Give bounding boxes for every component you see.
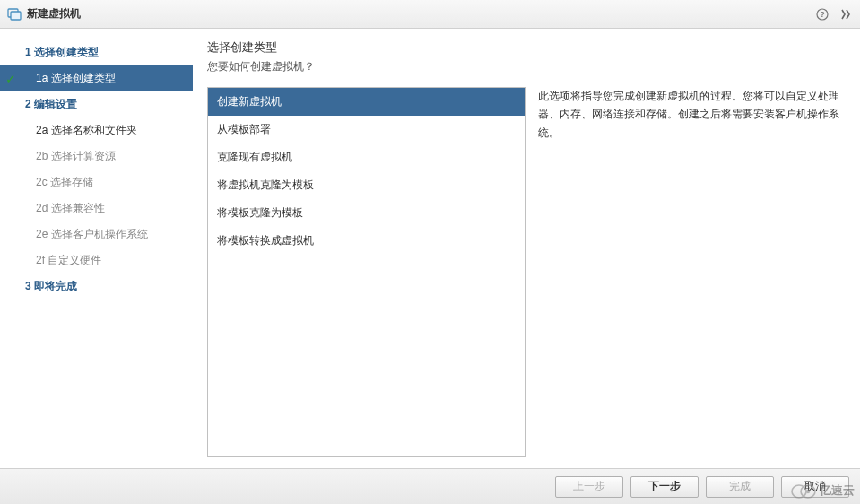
expand-icon[interactable] [838,7,853,22]
back-button[interactable]: 上一步 [555,476,623,498]
substep-2e: 2e 选择客户机操作系统 [0,222,193,248]
wizard-main: 选择创建类型 您要如何创建虚拟机？ 创建新虚拟机 从模板部署 克隆现有虚拟机 将… [193,29,860,468]
step-label: 选择创建类型 [34,46,99,58]
svg-text:?: ? [820,10,825,19]
substep-label: 选择计算资源 [51,150,116,162]
substep-label: 选择名称和文件夹 [51,124,137,136]
substep-1a[interactable]: ✓ 1a 选择创建类型 [0,65,193,91]
option-convert-template-to-vm[interactable]: 将模板转换成虚拟机 [208,227,525,255]
option-description: 此选项将指导您完成创建新虚拟机的过程。您将可以自定义处理器、内存、网络连接和存储… [534,87,846,457]
step-1[interactable]: 1 选择创建类型 [0,39,193,65]
page-title: 选择创建类型 [207,39,846,56]
wizard-footer: 上一步 下一步 完成 取消 [0,468,860,504]
step-2[interactable]: 2 编辑设置 [0,91,193,117]
step-3[interactable]: 3 即将完成 [0,274,193,300]
substep-num: 2c [36,176,48,188]
finish-button[interactable]: 完成 [706,476,774,498]
substep-2a[interactable]: 2a 选择名称和文件夹 [0,117,193,143]
svg-rect-1 [11,12,21,20]
substep-num: 2b [36,150,48,162]
step-num: 1 [25,46,31,58]
substep-num: 2a [36,124,48,136]
substep-num: 2d [36,202,48,214]
substep-label: 选择兼容性 [51,202,105,214]
wizard-content: 1 选择创建类型 ✓ 1a 选择创建类型 2 编辑设置 2a 选择名称和文件夹 … [0,29,860,468]
vm-icon [7,7,22,22]
option-clone-template-to-template[interactable]: 将模板克隆为模板 [208,199,525,227]
substep-num: 2f [36,254,45,266]
creation-type-list[interactable]: 创建新虚拟机 从模板部署 克隆现有虚拟机 将虚拟机克隆为模板 将模板克隆为模板 … [207,87,526,457]
substep-num: 2e [36,228,48,240]
check-icon: ✓ [5,72,16,86]
page-subtitle: 您要如何创建虚拟机？ [207,59,846,74]
option-create-new-vm[interactable]: 创建新虚拟机 [208,88,525,116]
main-body: 创建新虚拟机 从模板部署 克隆现有虚拟机 将虚拟机克隆为模板 将模板克隆为模板 … [207,87,846,457]
substep-2b: 2b 选择计算资源 [0,143,193,169]
substep-2c: 2c 选择存储 [0,169,193,196]
option-clone-vm-to-template[interactable]: 将虚拟机克隆为模板 [208,171,525,199]
titlebar: 新建虚拟机 ? [0,0,860,29]
step-num: 2 [25,98,31,110]
window-title: 新建虚拟机 [27,6,815,22]
next-button[interactable]: 下一步 [630,476,699,498]
substep-label: 选择创建类型 [51,72,116,84]
substep-2d: 2d 选择兼容性 [0,196,193,222]
substep-label: 选择存储 [50,176,93,188]
step-label: 即将完成 [34,280,77,292]
step-num: 3 [25,280,31,292]
option-deploy-from-template[interactable]: 从模板部署 [208,116,525,143]
substep-num: 1a [36,72,48,84]
step-label: 编辑设置 [34,98,77,110]
option-clone-existing-vm[interactable]: 克隆现有虚拟机 [208,143,525,171]
help-icon[interactable]: ? [815,7,830,22]
substep-label: 自定义硬件 [48,254,101,266]
cancel-button[interactable]: 取消 [781,476,849,498]
wizard-steps-sidebar: 1 选择创建类型 ✓ 1a 选择创建类型 2 编辑设置 2a 选择名称和文件夹 … [0,29,193,468]
substep-label: 选择客户机操作系统 [51,228,148,240]
main-header: 选择创建类型 您要如何创建虚拟机？ [207,39,846,74]
substep-2f: 2f 自定义硬件 [0,248,193,274]
